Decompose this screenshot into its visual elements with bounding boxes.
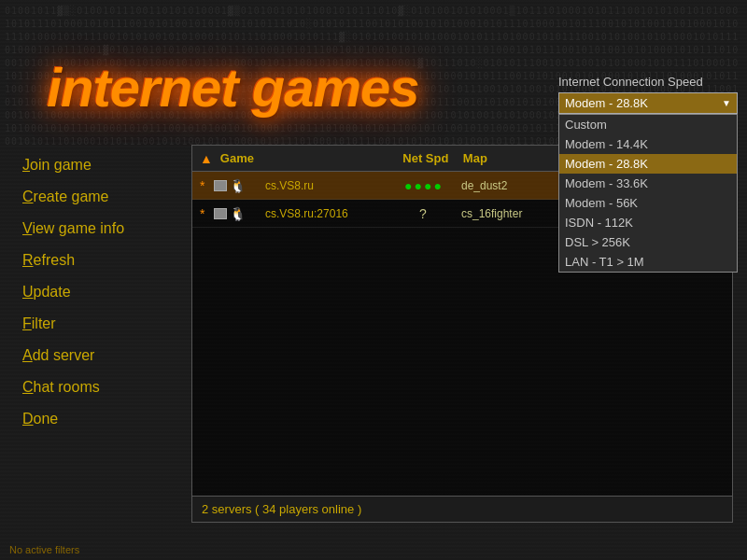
sidebar-item-update[interactable]: Update [19,276,187,308]
dropdown-option-custom[interactable]: Custom [559,115,737,134]
dropdown-option-modem56k[interactable]: Modem - 56K [559,193,737,213]
sidebar-item-join-game[interactable]: Join game [19,149,187,181]
row-icons: 🐧 [214,178,265,193]
dropdown-option-dsl[interactable]: DSL > 256K [559,232,737,252]
status-bar: 2 servers ( 34 players online ) [192,496,732,522]
connection-speed-label: Internet Connection Speed [558,75,738,89]
connection-speed-dropdown[interactable]: Modem - 28.8K ▼ Custom Modem - 14.4K Mod… [558,92,738,114]
bottom-status: No active filters [9,544,79,555]
row-netspd: ●●●● [387,178,461,193]
page-title: internet games [47,56,514,119]
row-server-name: cs.VS8.ru [265,179,387,192]
connection-speed-panel: Internet Connection Speed Modem - 28.8K … [558,75,738,114]
linux-icon: 🐧 [230,178,246,193]
sidebar: Join game Create game View game info Ref… [19,149,187,435]
row-star: * [200,178,214,193]
selected-option-label: Modem - 28.8K [565,96,648,110]
dropdown-selected-value[interactable]: Modem - 28.8K ▼ [558,92,738,114]
dropdown-arrow-icon: ▼ [722,98,731,108]
title-area: internet games [47,56,514,119]
sidebar-item-done[interactable]: Done [19,403,187,435]
linux-icon: 🐧 [230,206,246,221]
dropdown-option-modem28k[interactable]: Modem - 28.8K [559,154,737,174]
dropdown-list: Custom Modem - 14.4K Modem - 28.8K Modem… [558,114,738,273]
sidebar-item-create-game[interactable]: Create game [19,181,187,213]
row-map: de_dust2 [461,179,573,192]
row-netspd: ? [387,206,461,221]
main-container: internet games Join game Create game Vie… [0,0,747,560]
sidebar-item-refresh[interactable]: Refresh [19,245,187,276]
row-map: cs_16fighter [461,207,573,220]
col-game-header[interactable]: Game [220,151,388,165]
row-star: * [200,206,214,221]
sidebar-item-filter[interactable]: Filter [19,308,187,340]
row-icons: 🐧 [214,206,265,221]
dropdown-option-isdn[interactable]: ISDN - 112K [559,213,737,232]
sidebar-item-view-game-info[interactable]: View game info [19,213,187,245]
row-server-name: cs.VS8.ru:27016 [265,207,387,220]
sidebar-item-chat-rooms[interactable]: Chat rooms [19,371,187,403]
sidebar-item-add-server[interactable]: Add server [19,340,187,371]
server-icon [214,208,227,219]
status-text: 2 servers ( 34 players online ) [202,502,361,516]
dropdown-option-modem14k[interactable]: Modem - 14.4K [559,134,737,154]
col-netspd-header[interactable]: Net Spd [388,151,463,165]
dropdown-option-modem33k[interactable]: Modem - 33.6K [559,174,737,193]
dropdown-option-lan[interactable]: LAN - T1 > 1M [559,252,737,272]
sort-arrow-icon[interactable]: ▲ [200,151,213,166]
server-icon [214,180,227,191]
